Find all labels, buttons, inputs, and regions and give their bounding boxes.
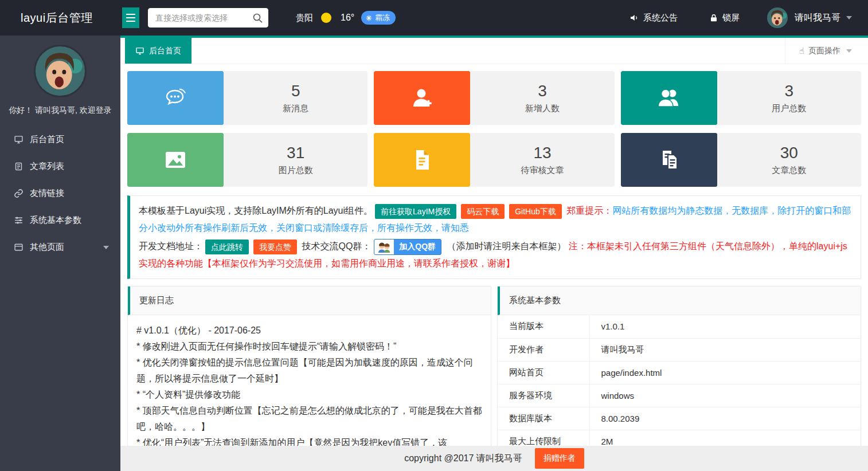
stat-value: 13 bbox=[533, 144, 551, 162]
users-icon bbox=[621, 71, 717, 125]
table-row: 服务器环境windows bbox=[498, 384, 861, 407]
changelog-line: * 优化“用户列表”无法查询到新添加的用户【竟然是因为我把key值写错了，该死。… bbox=[136, 435, 482, 446]
copyright-text: copyright @2017 请叫我马哥 bbox=[404, 453, 522, 465]
header-right-nav: 系统公告 锁屏 请叫我马哥 bbox=[597, 7, 868, 28]
param-value: 2M bbox=[589, 430, 861, 446]
github-download-button[interactable]: GitHub下载 bbox=[509, 204, 562, 219]
user-avatar-small bbox=[767, 7, 788, 28]
system-params-panel: 系统基本参数 当前版本v1.0.1 开发作者请叫我马哥 网站首页page/ind… bbox=[497, 286, 861, 446]
stat-info: 31 图片总数 bbox=[224, 133, 367, 187]
stat-label: 用户总数 bbox=[772, 103, 806, 114]
table-row: 最大上传限制2M bbox=[498, 430, 861, 446]
changelog-line: * 优化关闭弹窗按钮的提示信息位置问题【可能是因为加载速度的原因，造成这个问题，… bbox=[136, 355, 482, 387]
stat-label: 文章总数 bbox=[772, 165, 806, 176]
sidebar-item-label: 其他页面 bbox=[30, 242, 64, 253]
donate-button[interactable]: 捐赠作者 bbox=[535, 448, 584, 469]
qq-button-label: 加入QQ群 bbox=[394, 240, 441, 254]
changelog-line: # v1.0.1（优化） - 2017-06-25 bbox=[136, 323, 482, 339]
system-announcement-link[interactable]: 系统公告 bbox=[629, 13, 678, 23]
stat-card-pending-articles: 13 待审核文章 bbox=[374, 133, 614, 187]
stats-grid: 5 新消息 3 新增人数 3 用户总数 bbox=[127, 71, 861, 187]
search-icon[interactable] bbox=[252, 12, 263, 23]
changelog-line: * 修改刚进入页面无任何操作时按回车键提示“请输入解锁密码！” bbox=[136, 339, 482, 355]
changelog-title: 更新日志 bbox=[128, 286, 491, 315]
lock-screen-label: 锁屏 bbox=[722, 13, 740, 23]
stat-value: 5 bbox=[291, 82, 300, 100]
param-label: 网站首页 bbox=[498, 361, 589, 384]
hand-pointer-icon: ☝ bbox=[799, 46, 804, 56]
sidebar-item-articles[interactable]: 文章列表 bbox=[0, 153, 120, 180]
sidebar-menu: 后台首页 文章列表 友情链接 系统基本参数 其他页面 bbox=[0, 126, 120, 261]
param-label: 开发作者 bbox=[498, 338, 589, 361]
username-label: 请叫我马哥 bbox=[795, 12, 840, 24]
gitee-download-button[interactable]: 码云下载 bbox=[461, 204, 505, 219]
stat-value: 31 bbox=[287, 144, 304, 162]
table-row: 开发作者请叫我马哥 bbox=[498, 338, 861, 361]
qq-note: （添加时请注明来自本框架） bbox=[447, 241, 566, 251]
param-label: 最大上传限制 bbox=[498, 430, 589, 446]
top-header: layui后台管理 贵阳 16° 霜冻 系统公告 锁屏 bbox=[0, 0, 868, 36]
snowflake-icon bbox=[365, 14, 373, 22]
qq-avatars-icon bbox=[374, 240, 394, 254]
app-logo: layui后台管理 bbox=[0, 10, 120, 26]
stat-label: 新消息 bbox=[283, 103, 308, 114]
stat-value: 3 bbox=[785, 82, 794, 100]
sliders-icon bbox=[14, 215, 24, 225]
system-params-title: 系统基本参数 bbox=[498, 286, 861, 315]
monitor-icon bbox=[14, 135, 24, 144]
warning-prefix: 郑重提示： bbox=[566, 206, 612, 215]
changelog-line: * 顶部天气信息自动判断位置【忘记之前是怎么想的做成北京的了，可能是我在大首都吧… bbox=[136, 403, 482, 435]
param-label: 数据库版本 bbox=[498, 407, 589, 430]
search-input[interactable] bbox=[148, 8, 268, 28]
panels-row: 更新日志 # v1.0.1（优化） - 2017-06-25 * 修改刚进入页面… bbox=[127, 286, 861, 446]
sidebar-item-home[interactable]: 后台首页 bbox=[0, 126, 120, 153]
hamburger-menu-button[interactable] bbox=[122, 7, 139, 28]
sidebar-item-label: 系统基本参数 bbox=[30, 215, 81, 226]
param-value: page/index.html bbox=[589, 361, 861, 384]
table-row: 网站首页page/index.html bbox=[498, 361, 861, 384]
param-value: windows bbox=[589, 384, 861, 407]
weather-alert-badge: 霜冻 bbox=[361, 11, 396, 25]
sidebar-item-links[interactable]: 友情链接 bbox=[0, 180, 120, 207]
table-row: 数据库版本8.00.2039 bbox=[498, 407, 861, 430]
sidebar-item-label: 后台首页 bbox=[30, 134, 64, 145]
stat-label: 图片总数 bbox=[279, 165, 313, 176]
docs-jump-button[interactable]: 点此跳转 bbox=[205, 240, 249, 254]
stat-card-total-articles: 30 文章总数 bbox=[621, 133, 861, 187]
notice-line-1: 本模板基于Layui实现，支持除LayIM外所有的Layui组件。前往获取Lay… bbox=[139, 202, 852, 237]
stat-card-total-images: 31 图片总数 bbox=[127, 133, 367, 187]
user-avatar-large bbox=[34, 45, 87, 97]
chevron-down-icon bbox=[846, 49, 852, 53]
stat-value: 3 bbox=[538, 82, 547, 100]
table-row: 当前版本v1.0.1 bbox=[498, 315, 861, 338]
notice-panel: 本模板基于Layui实现，支持除LayIM外所有的Layui组件。前往获取Lay… bbox=[127, 195, 861, 279]
stat-card-total-users: 3 用户总数 bbox=[621, 71, 861, 125]
window-icon bbox=[14, 242, 24, 252]
stat-label: 待审核文章 bbox=[521, 165, 564, 176]
sidebar-item-system-params[interactable]: 系统基本参数 bbox=[0, 207, 120, 234]
page-actions-dropdown[interactable]: ☝ 页面操作 bbox=[785, 38, 868, 64]
join-qq-group-button[interactable]: 加入QQ群 bbox=[374, 239, 441, 255]
tab-home-label: 后台首页 bbox=[149, 46, 181, 56]
changelog-body: # v1.0.1（优化） - 2017-06-25 * 修改刚进入页面无任何操作… bbox=[128, 315, 491, 446]
like-button[interactable]: 我要点赞 bbox=[253, 240, 297, 254]
notice-intro-text: 本模板基于Layui实现，支持除LayIM外所有的Layui组件。 bbox=[139, 206, 373, 215]
param-value: 请叫我马哥 bbox=[589, 338, 861, 361]
user-menu[interactable]: 请叫我马哥 bbox=[767, 7, 852, 28]
tab-home[interactable]: 后台首页 bbox=[125, 38, 191, 64]
weather-widget: 贵阳 16° 霜冻 bbox=[296, 11, 396, 25]
page-actions-label: 页面操作 bbox=[808, 46, 840, 56]
image-icon bbox=[127, 133, 224, 187]
link-icon bbox=[14, 189, 24, 198]
stat-card-new-messages: 5 新消息 bbox=[127, 71, 367, 125]
monitor-icon bbox=[135, 46, 144, 56]
speaker-icon bbox=[629, 13, 639, 23]
header-search bbox=[148, 8, 268, 28]
layim-auth-button[interactable]: 前往获取LayIM授权 bbox=[375, 204, 456, 219]
chevron-down-icon bbox=[103, 246, 109, 249]
sidebar-item-other-pages[interactable]: 其他页面 bbox=[0, 234, 120, 261]
weather-alert-text: 霜冻 bbox=[375, 13, 390, 23]
main-area: 后台首页 ☝ 页面操作 5 新消息 bbox=[120, 36, 868, 471]
param-value: 8.00.2039 bbox=[589, 407, 861, 430]
lock-screen-link[interactable]: 锁屏 bbox=[709, 13, 740, 23]
